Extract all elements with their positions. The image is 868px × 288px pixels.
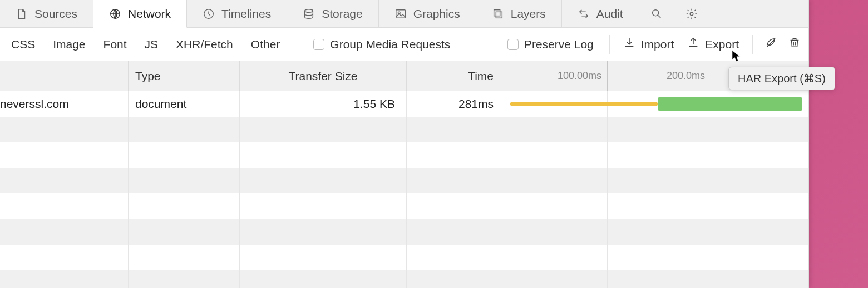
table-row [0,193,808,219]
tab-label: Layers [511,7,546,21]
cell-size: 1.55 KB [239,91,406,117]
import-button[interactable]: Import [617,33,681,55]
tab-layers[interactable]: Layers [476,0,562,27]
settings-button[interactable] [674,0,709,27]
filter-css[interactable]: CSS [2,34,44,54]
filter-other[interactable]: Other [242,34,289,54]
cell-type: document [128,91,239,117]
tab-label: Timelines [221,7,271,21]
svg-rect-6 [496,12,502,18]
tab-label: Graphics [413,7,460,21]
file-icon [16,8,28,20]
tab-storage[interactable]: Storage [287,0,379,27]
filter-image[interactable]: Image [44,34,94,54]
table-row [0,117,808,142]
devtools-panel: Sources Network Timelines Storage Graphi… [0,0,809,288]
separator [609,35,610,54]
column-type[interactable]: Type [128,61,239,91]
search-button[interactable] [639,0,674,27]
upload-icon [687,37,699,52]
waterfall-download-bar [658,97,802,111]
column-transfer-size[interactable]: Transfer Size [239,61,406,91]
button-label: Export [705,38,739,51]
button-label: Import [641,38,674,51]
image-icon [394,8,407,20]
separator [752,35,753,54]
tab-label: Audit [596,7,623,21]
layers-icon [492,8,504,20]
cell-name: neverssl.com [0,97,128,111]
waterfall-tick: 200.0ms [608,61,711,91]
audit-icon [578,8,590,20]
table-row [0,219,808,245]
table-body: neverssl.com document 1.55 KB 281ms [0,91,808,288]
export-tooltip: HAR Export (⌘S) [728,67,835,90]
tab-label: Sources [34,7,77,21]
tab-sources[interactable]: Sources [0,0,93,27]
export-button[interactable]: Export [680,33,746,55]
checkbox-icon [507,39,519,50]
svg-point-2 [305,9,313,12]
toggle-preserve-log[interactable]: Preserve Log [499,34,603,54]
filter-bar: CSS Image Font JS XHR/Fetch Other Group … [0,28,808,61]
tooltip-text: HAR Export (⌘S) [738,72,826,85]
tab-timelines[interactable]: Timelines [187,0,287,27]
filter-xhr[interactable]: XHR/Fetch [167,34,242,54]
toggle-label: Preserve Log [524,38,594,51]
clear-button[interactable] [783,33,806,55]
svg-point-7 [652,9,658,16]
table-row [0,168,808,193]
svg-rect-3 [396,9,405,18]
cell-waterfall [504,91,808,117]
filter-font[interactable]: Font [95,34,136,54]
leaf-slash-icon [765,37,777,52]
tick-label: 200.0ms [667,70,705,82]
cell-time: 281ms [406,91,504,117]
storage-icon [303,8,315,20]
tab-graphics[interactable]: Graphics [379,0,476,27]
table-row [0,270,808,288]
tick-label: 100.00ms [558,70,601,82]
checkbox-icon [313,39,324,50]
waterfall-tick: 100.00ms [504,61,608,91]
network-icon [109,8,121,20]
filter-js[interactable]: JS [136,34,167,54]
toggle-group-media[interactable]: Group Media Requests [304,34,459,54]
table-row [0,245,808,270]
disable-cache-button[interactable] [760,33,783,55]
clock-icon [203,8,215,20]
column-time[interactable]: Time [406,61,504,91]
download-icon [623,37,635,52]
toggle-label: Group Media Requests [330,38,450,51]
tab-label: Network [128,7,171,21]
tab-audit[interactable]: Audit [562,0,639,27]
tab-label: Storage [322,7,363,21]
gear-icon [685,8,698,20]
waterfall-waiting-bar [510,102,658,106]
trash-icon [788,37,801,52]
svg-rect-5 [494,9,500,16]
tab-network[interactable]: Network [93,0,187,28]
table-row[interactable]: neverssl.com document 1.55 KB 281ms [0,91,808,117]
svg-point-8 [690,12,693,16]
table-row [0,142,808,168]
search-icon [650,8,663,20]
table-header: Type Transfer Size Time 100.00ms 200.0ms [0,61,808,91]
tabs-bar: Sources Network Timelines Storage Graphi… [0,0,808,28]
